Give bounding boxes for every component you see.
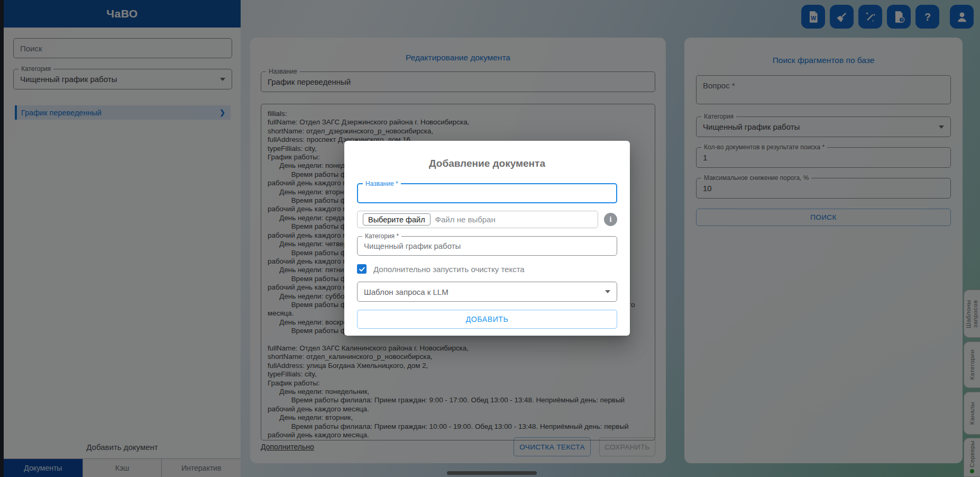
- clean-text-checkbox[interactable]: [357, 264, 367, 274]
- modal-title: Добавление документа: [357, 158, 617, 169]
- chevron-down-icon: [605, 290, 610, 293]
- modal-add-button[interactable]: ДОБАВИТЬ: [357, 310, 617, 329]
- llm-template-select[interactable]: Шаблон запроса к LLM: [357, 282, 617, 302]
- info-icon[interactable]: i: [604, 213, 617, 226]
- add-document-modal: Добавление документа Название * Выберите…: [344, 141, 630, 336]
- modal-name-field[interactable]: Название *: [357, 183, 617, 203]
- file-status-text: Файл не выбран: [435, 215, 496, 224]
- llm-template-value: Шаблон запроса к LLM: [358, 282, 617, 302]
- modal-category-label: Категория *: [362, 232, 401, 240]
- clean-text-checkbox-label: Дополнительно запустить очистку текста: [373, 265, 525, 274]
- file-input-box[interactable]: Выберите файл Файл не выбран: [357, 211, 598, 228]
- modal-category-field[interactable]: Категория * Чищенный график работы: [357, 236, 617, 256]
- modal-name-label: Название *: [363, 180, 401, 187]
- choose-file-button[interactable]: Выберите файл: [363, 213, 431, 226]
- checkmark-icon: [359, 266, 365, 273]
